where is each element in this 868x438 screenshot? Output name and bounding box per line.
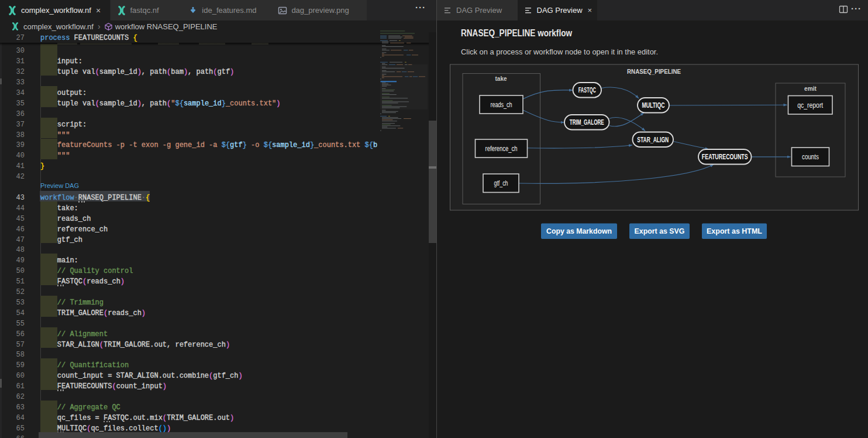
svg-text:Click on a process or workflow: Click on a process or workflow node to o…: [461, 47, 658, 56]
svg-text:RNASEQ_PIPELINE workflow: RNASEQ_PIPELINE workflow: [461, 28, 572, 38]
svg-text:FASTQC: FASTQC: [578, 86, 596, 94]
svg-text:gtf_ch: gtf_ch: [494, 179, 508, 187]
svg-text:TRIM_GALORE: TRIM_GALORE: [570, 118, 604, 126]
svg-text:counts: counts: [802, 153, 819, 161]
svg-text:STAR_ALIGN: STAR_ALIGN: [637, 136, 669, 144]
svg-text:RNASEQ_PIPELINE: RNASEQ_PIPELINE: [627, 68, 681, 75]
svg-text:FEATURECOUNTS: FEATURECOUNTS: [702, 153, 748, 161]
svg-text:qc_report: qc_report: [797, 101, 823, 110]
svg-text:take: take: [495, 75, 507, 82]
svg-text:reference_ch: reference_ch: [485, 145, 518, 153]
svg-text:Export as SVG: Export as SVG: [635, 227, 685, 235]
svg-text:MULTIQC: MULTIQC: [642, 101, 665, 110]
svg-text:reads_ch: reads_ch: [491, 101, 512, 109]
svg-text:Export as HTML: Export as HTML: [707, 227, 762, 235]
svg-text:Copy as Markdown: Copy as Markdown: [546, 227, 612, 235]
svg-text:emit: emit: [804, 85, 817, 92]
